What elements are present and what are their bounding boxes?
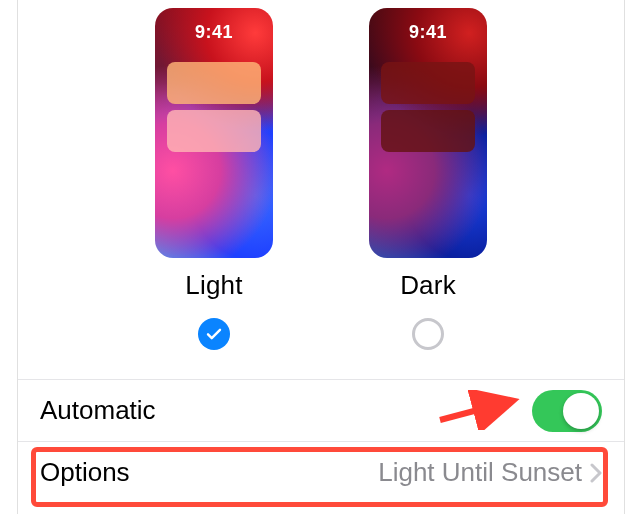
appearance-option-light[interactable]: 9:41 Light: [155, 8, 273, 351]
appearance-option-label: Dark: [400, 270, 456, 301]
options-label: Options: [40, 457, 378, 488]
radio-light-selected[interactable]: [198, 318, 230, 350]
chevron-right-icon: [590, 463, 602, 483]
options-value: Light Until Sunset: [378, 457, 582, 488]
preview-widget: [167, 110, 261, 152]
settings-appearance-panel: 9:41 Light 9:41 Dark: [17, 0, 625, 514]
appearance-option-dark[interactable]: 9:41 Dark: [369, 8, 487, 351]
automatic-toggle[interactable]: [532, 390, 602, 432]
radio-dark-unselected[interactable]: [412, 318, 444, 350]
preview-widget: [381, 110, 475, 152]
dark-mode-preview: 9:41: [369, 8, 487, 258]
checkmark-icon: [205, 325, 223, 343]
appearance-previews: 9:41 Light 9:41 Dark: [18, 0, 624, 351]
automatic-row: Automatic: [18, 379, 624, 441]
options-row[interactable]: Options Light Until Sunset: [18, 441, 624, 503]
appearance-option-label: Light: [185, 270, 242, 301]
preview-time: 9:41: [369, 22, 487, 43]
toggle-knob: [563, 393, 599, 429]
preview-time: 9:41: [155, 22, 273, 43]
automatic-label: Automatic: [40, 395, 532, 426]
preview-widget: [167, 62, 261, 104]
light-mode-preview: 9:41: [155, 8, 273, 258]
preview-widget: [381, 62, 475, 104]
